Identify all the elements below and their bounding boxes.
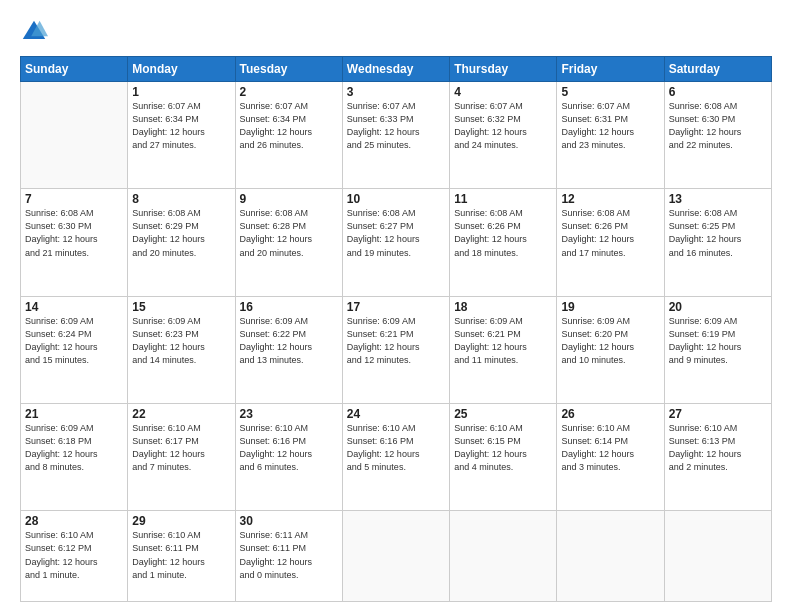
weekday-header-friday: Friday [557,57,664,82]
calendar-cell: 4Sunrise: 6:07 AM Sunset: 6:32 PM Daylig… [450,82,557,189]
calendar-cell: 6Sunrise: 6:08 AM Sunset: 6:30 PM Daylig… [664,82,771,189]
day-number: 13 [669,192,767,206]
page: SundayMondayTuesdayWednesdayThursdayFrid… [0,0,792,612]
calendar-cell: 13Sunrise: 6:08 AM Sunset: 6:25 PM Dayli… [664,189,771,296]
day-number: 29 [132,514,230,528]
calendar-cell: 22Sunrise: 6:10 AM Sunset: 6:17 PM Dayli… [128,404,235,511]
day-info: Sunrise: 6:10 AM Sunset: 6:15 PM Dayligh… [454,422,552,474]
day-number: 18 [454,300,552,314]
calendar-cell: 8Sunrise: 6:08 AM Sunset: 6:29 PM Daylig… [128,189,235,296]
day-number: 25 [454,407,552,421]
calendar-cell: 7Sunrise: 6:08 AM Sunset: 6:30 PM Daylig… [21,189,128,296]
day-number: 30 [240,514,338,528]
day-number: 22 [132,407,230,421]
week-row-5: 28Sunrise: 6:10 AM Sunset: 6:12 PM Dayli… [21,511,772,602]
weekday-header-sunday: Sunday [21,57,128,82]
day-info: Sunrise: 6:10 AM Sunset: 6:13 PM Dayligh… [669,422,767,474]
calendar-cell [450,511,557,602]
day-info: Sunrise: 6:08 AM Sunset: 6:25 PM Dayligh… [669,207,767,259]
weekday-header-wednesday: Wednesday [342,57,449,82]
day-info: Sunrise: 6:10 AM Sunset: 6:16 PM Dayligh… [347,422,445,474]
week-row-2: 7Sunrise: 6:08 AM Sunset: 6:30 PM Daylig… [21,189,772,296]
day-info: Sunrise: 6:09 AM Sunset: 6:21 PM Dayligh… [454,315,552,367]
day-number: 9 [240,192,338,206]
day-info: Sunrise: 6:08 AM Sunset: 6:26 PM Dayligh… [561,207,659,259]
day-number: 12 [561,192,659,206]
day-info: Sunrise: 6:10 AM Sunset: 6:17 PM Dayligh… [132,422,230,474]
day-number: 3 [347,85,445,99]
day-number: 2 [240,85,338,99]
calendar-cell: 26Sunrise: 6:10 AM Sunset: 6:14 PM Dayli… [557,404,664,511]
day-number: 20 [669,300,767,314]
calendar-cell: 27Sunrise: 6:10 AM Sunset: 6:13 PM Dayli… [664,404,771,511]
day-number: 5 [561,85,659,99]
calendar-cell [342,511,449,602]
day-info: Sunrise: 6:09 AM Sunset: 6:22 PM Dayligh… [240,315,338,367]
day-number: 6 [669,85,767,99]
logo [20,18,52,46]
calendar-cell [664,511,771,602]
day-info: Sunrise: 6:09 AM Sunset: 6:23 PM Dayligh… [132,315,230,367]
day-info: Sunrise: 6:09 AM Sunset: 6:21 PM Dayligh… [347,315,445,367]
day-number: 7 [25,192,123,206]
day-number: 17 [347,300,445,314]
day-info: Sunrise: 6:08 AM Sunset: 6:30 PM Dayligh… [669,100,767,152]
calendar-cell: 20Sunrise: 6:09 AM Sunset: 6:19 PM Dayli… [664,296,771,403]
day-info: Sunrise: 6:11 AM Sunset: 6:11 PM Dayligh… [240,529,338,581]
weekday-header-row: SundayMondayTuesdayWednesdayThursdayFrid… [21,57,772,82]
day-info: Sunrise: 6:08 AM Sunset: 6:27 PM Dayligh… [347,207,445,259]
header [20,18,772,46]
day-info: Sunrise: 6:07 AM Sunset: 6:32 PM Dayligh… [454,100,552,152]
calendar-cell: 12Sunrise: 6:08 AM Sunset: 6:26 PM Dayli… [557,189,664,296]
calendar-cell: 9Sunrise: 6:08 AM Sunset: 6:28 PM Daylig… [235,189,342,296]
week-row-3: 14Sunrise: 6:09 AM Sunset: 6:24 PM Dayli… [21,296,772,403]
day-info: Sunrise: 6:07 AM Sunset: 6:33 PM Dayligh… [347,100,445,152]
day-number: 19 [561,300,659,314]
calendar-cell: 19Sunrise: 6:09 AM Sunset: 6:20 PM Dayli… [557,296,664,403]
calendar-cell: 10Sunrise: 6:08 AM Sunset: 6:27 PM Dayli… [342,189,449,296]
day-info: Sunrise: 6:07 AM Sunset: 6:34 PM Dayligh… [240,100,338,152]
day-info: Sunrise: 6:08 AM Sunset: 6:30 PM Dayligh… [25,207,123,259]
calendar-cell: 15Sunrise: 6:09 AM Sunset: 6:23 PM Dayli… [128,296,235,403]
calendar-cell: 5Sunrise: 6:07 AM Sunset: 6:31 PM Daylig… [557,82,664,189]
day-info: Sunrise: 6:09 AM Sunset: 6:19 PM Dayligh… [669,315,767,367]
day-number: 15 [132,300,230,314]
calendar-cell: 21Sunrise: 6:09 AM Sunset: 6:18 PM Dayli… [21,404,128,511]
calendar-cell: 18Sunrise: 6:09 AM Sunset: 6:21 PM Dayli… [450,296,557,403]
day-info: Sunrise: 6:08 AM Sunset: 6:26 PM Dayligh… [454,207,552,259]
day-number: 8 [132,192,230,206]
day-number: 10 [347,192,445,206]
day-number: 4 [454,85,552,99]
day-info: Sunrise: 6:10 AM Sunset: 6:12 PM Dayligh… [25,529,123,581]
calendar-cell: 24Sunrise: 6:10 AM Sunset: 6:16 PM Dayli… [342,404,449,511]
day-number: 14 [25,300,123,314]
day-info: Sunrise: 6:09 AM Sunset: 6:20 PM Dayligh… [561,315,659,367]
day-info: Sunrise: 6:07 AM Sunset: 6:34 PM Dayligh… [132,100,230,152]
day-info: Sunrise: 6:09 AM Sunset: 6:18 PM Dayligh… [25,422,123,474]
logo-icon [20,18,48,46]
weekday-header-thursday: Thursday [450,57,557,82]
calendar-cell: 14Sunrise: 6:09 AM Sunset: 6:24 PM Dayli… [21,296,128,403]
calendar-cell [557,511,664,602]
calendar-cell: 25Sunrise: 6:10 AM Sunset: 6:15 PM Dayli… [450,404,557,511]
calendar-cell: 28Sunrise: 6:10 AM Sunset: 6:12 PM Dayli… [21,511,128,602]
day-number: 26 [561,407,659,421]
day-number: 23 [240,407,338,421]
calendar-cell: 17Sunrise: 6:09 AM Sunset: 6:21 PM Dayli… [342,296,449,403]
day-info: Sunrise: 6:07 AM Sunset: 6:31 PM Dayligh… [561,100,659,152]
calendar-cell: 1Sunrise: 6:07 AM Sunset: 6:34 PM Daylig… [128,82,235,189]
day-info: Sunrise: 6:10 AM Sunset: 6:14 PM Dayligh… [561,422,659,474]
calendar-cell: 2Sunrise: 6:07 AM Sunset: 6:34 PM Daylig… [235,82,342,189]
week-row-1: 1Sunrise: 6:07 AM Sunset: 6:34 PM Daylig… [21,82,772,189]
calendar-cell: 16Sunrise: 6:09 AM Sunset: 6:22 PM Dayli… [235,296,342,403]
weekday-header-monday: Monday [128,57,235,82]
day-info: Sunrise: 6:08 AM Sunset: 6:29 PM Dayligh… [132,207,230,259]
week-row-4: 21Sunrise: 6:09 AM Sunset: 6:18 PM Dayli… [21,404,772,511]
weekday-header-tuesday: Tuesday [235,57,342,82]
day-info: Sunrise: 6:10 AM Sunset: 6:16 PM Dayligh… [240,422,338,474]
day-number: 1 [132,85,230,99]
calendar-cell: 3Sunrise: 6:07 AM Sunset: 6:33 PM Daylig… [342,82,449,189]
day-number: 28 [25,514,123,528]
day-number: 27 [669,407,767,421]
calendar-cell: 23Sunrise: 6:10 AM Sunset: 6:16 PM Dayli… [235,404,342,511]
